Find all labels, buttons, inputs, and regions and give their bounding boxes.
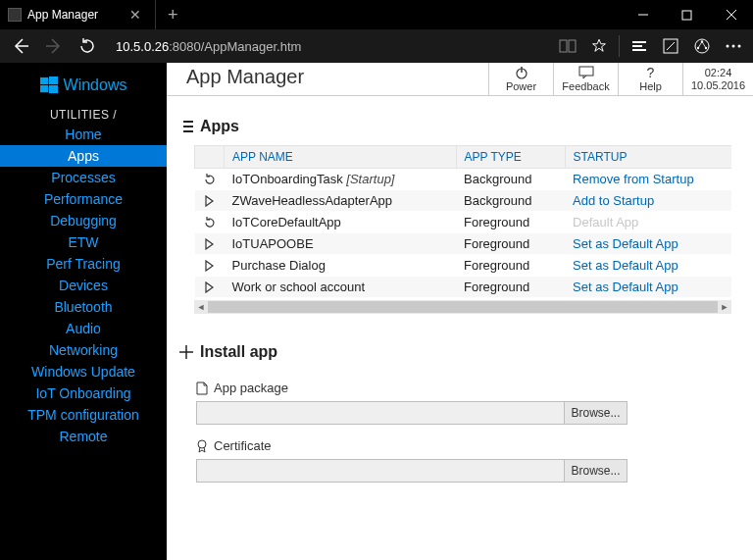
share-icon[interactable] (686, 29, 718, 63)
app-type-cell: Foreground (456, 212, 565, 233)
app-package-input[interactable]: Browse... (196, 401, 628, 425)
url-field[interactable]: 10.5.0.26:8080/AppManager.htm (104, 39, 552, 54)
brand-label: Windows (64, 76, 127, 94)
svg-rect-23 (49, 85, 58, 93)
sidebar-item-apps[interactable]: Apps (0, 145, 167, 167)
clock-date: 10.05.2016 (691, 79, 745, 91)
svg-point-17 (727, 45, 729, 48)
certificate-browse-button[interactable]: Browse... (564, 460, 627, 482)
play-icon[interactable] (195, 233, 225, 255)
divider (619, 35, 620, 57)
window-minimize-button[interactable] (621, 0, 665, 29)
svg-point-18 (732, 45, 735, 48)
app-type-cell: Background (456, 169, 565, 190)
app-name-cell: IoTCoreDefaultApp (225, 212, 457, 233)
sidebar-item-devices[interactable]: Devices (0, 275, 167, 296)
certificate-text[interactable] (197, 460, 564, 482)
startup-action[interactable]: Add to Startup (565, 190, 731, 212)
power-icon (515, 66, 528, 79)
sidebar-item-iot-onboarding[interactable]: IoT Onboarding (0, 382, 167, 404)
sidebar-item-debugging[interactable]: Debugging (0, 210, 167, 231)
certificate-icon (196, 439, 208, 453)
url-path: :8080/AppManager.htm (169, 39, 301, 54)
sidebar-item-remote[interactable]: Remote (0, 426, 167, 447)
windows-logo-icon (40, 76, 58, 94)
col-icon[interactable] (195, 146, 225, 169)
refresh-button[interactable] (71, 29, 104, 63)
window-maximize-button[interactable] (665, 0, 709, 29)
app-package-browse-button[interactable]: Browse... (564, 402, 627, 424)
col-app-name[interactable]: APP NAME (225, 146, 457, 169)
col-startup[interactable]: STARTUP (565, 146, 731, 169)
more-icon[interactable] (718, 29, 749, 63)
window-close-button[interactable] (709, 0, 753, 29)
sidebar-item-perf-tracing[interactable]: Perf Tracing (0, 253, 167, 275)
section-apps-header: Apps (175, 110, 753, 141)
table-row: IoTUAPOOBEForegroundSet as Default App (195, 233, 732, 255)
app-type-cell: Foreground (456, 233, 565, 255)
apps-table: APP NAME APP TYPE STARTUP IoTOnboardingT… (194, 145, 731, 298)
refresh-icon[interactable] (195, 169, 225, 190)
app-type-cell: Foreground (456, 277, 565, 298)
svg-rect-6 (560, 40, 567, 52)
table-horizontal-scrollbar[interactable]: ◄ ► (194, 300, 731, 314)
sidebar-item-networking[interactable]: Networking (0, 339, 167, 361)
play-icon[interactable] (195, 190, 225, 212)
scroll-right-arrow[interactable]: ► (718, 300, 731, 314)
refresh-icon[interactable] (195, 212, 225, 233)
sidebar-item-audio[interactable]: Audio (0, 318, 167, 339)
new-tab-button[interactable]: + (156, 5, 190, 25)
app-name-cell: IoTUAPOOBE (225, 233, 457, 255)
tab-title: App Manager (27, 8, 126, 22)
app-type-cell: Foreground (456, 255, 565, 277)
help-button[interactable]: ? Help (618, 63, 682, 95)
col-app-type[interactable]: APP TYPE (456, 146, 565, 169)
tab-close-icon[interactable]: ✕ (126, 7, 145, 23)
titlebar: App Manager ✕ + (0, 0, 753, 29)
svg-rect-26 (579, 67, 593, 76)
hub-icon[interactable] (624, 29, 655, 63)
sidebar-item-processes[interactable]: Processes (0, 167, 167, 188)
app-package-label: App package (196, 381, 753, 395)
certificate-input[interactable]: Browse... (196, 459, 628, 483)
svg-rect-22 (40, 85, 48, 92)
app-package-text[interactable] (197, 402, 564, 424)
app-type-cell: Background (456, 190, 565, 212)
plus-icon (178, 344, 194, 360)
feedback-icon (578, 66, 594, 79)
power-button[interactable]: Power (488, 63, 553, 95)
play-icon[interactable] (195, 277, 225, 298)
clock: 02:24 10.05.2016 (682, 63, 753, 95)
startup-action: Default App (565, 212, 731, 233)
file-icon (196, 382, 208, 395)
browser-tab[interactable]: App Manager ✕ (0, 0, 156, 29)
reading-view-icon[interactable] (552, 29, 583, 63)
startup-action[interactable]: Set as Default App (565, 233, 731, 255)
sidebar-item-tpm-configuration[interactable]: TPM configuration (0, 404, 167, 426)
startup-action[interactable]: Set as Default App (565, 277, 731, 298)
table-row: Purchase DialogForegroundSet as Default … (195, 255, 732, 277)
feedback-button[interactable]: Feedback (553, 63, 618, 95)
startup-action[interactable]: Remove from Startup (565, 169, 731, 190)
certificate-label: Certificate (196, 438, 753, 453)
webnote-icon[interactable] (655, 29, 686, 63)
main: App Manager Power Feedback ? Help 02:24 … (167, 63, 753, 560)
forward-button[interactable] (37, 29, 71, 63)
app-name-cell: Purchase Dialog (225, 255, 457, 277)
section-install-header: Install app (175, 335, 753, 367)
scroll-left-arrow[interactable]: ◄ (194, 300, 208, 314)
sidebar-item-performance[interactable]: Performance (0, 188, 167, 210)
app-name-cell: IoTOnboardingTask [Startup] (225, 169, 457, 190)
back-button[interactable] (4, 29, 37, 63)
app-name-cell: ZWaveHeadlessAdapterApp (225, 190, 457, 212)
favorite-icon[interactable] (583, 29, 615, 63)
sidebar-item-etw[interactable]: ETW (0, 231, 167, 253)
sidebar-item-windows-update[interactable]: Windows Update (0, 361, 167, 382)
page-title: App Manager (167, 63, 488, 95)
sidebar-item-home[interactable]: Home (0, 124, 167, 145)
scroll-thumb[interactable] (208, 301, 718, 313)
startup-action[interactable]: Set as Default App (565, 255, 731, 277)
clock-time: 02:24 (705, 67, 732, 78)
play-icon[interactable] (195, 255, 225, 277)
sidebar-item-bluetooth[interactable]: Bluetooth (0, 296, 167, 318)
